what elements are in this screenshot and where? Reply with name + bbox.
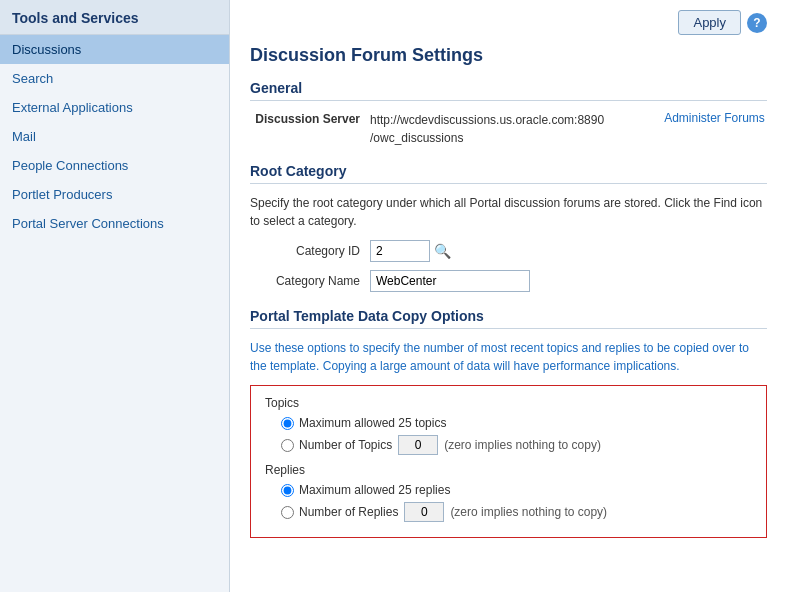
category-id-label: Category ID bbox=[250, 244, 370, 258]
root-category-description: Specify the root category under which al… bbox=[250, 194, 767, 230]
topics-number-radio-row: Number of Topics (zero implies nothing t… bbox=[265, 435, 752, 455]
root-category-title: Root Category bbox=[250, 163, 767, 184]
sidebar: Tools and Services Discussions Search Ex… bbox=[0, 0, 230, 592]
top-bar: Apply ? bbox=[250, 0, 767, 43]
server-value: http://wcdevdiscussions.us.oracle.com:88… bbox=[370, 111, 604, 147]
category-id-input[interactable] bbox=[370, 240, 430, 262]
administer-forums-link[interactable]: Administer Forums bbox=[664, 111, 765, 125]
sidebar-item-portal-server-connections[interactable]: Portal Server Connections bbox=[0, 209, 229, 238]
sidebar-item-portlet-producers[interactable]: Portlet Producers bbox=[0, 180, 229, 209]
root-category-section: Root Category Specify the root category … bbox=[250, 163, 767, 292]
topics-zero-note: (zero implies nothing to copy) bbox=[444, 438, 601, 452]
replies-number-radio[interactable] bbox=[281, 506, 294, 519]
replies-number-input[interactable] bbox=[404, 502, 444, 522]
sidebar-title: Tools and Services bbox=[0, 0, 229, 35]
topics-number-input[interactable] bbox=[398, 435, 438, 455]
sidebar-item-external-applications[interactable]: External Applications bbox=[0, 93, 229, 122]
replies-number-label: Number of Replies bbox=[299, 505, 398, 519]
category-name-label: Category Name bbox=[250, 274, 370, 288]
sidebar-item-discussions[interactable]: Discussions bbox=[0, 35, 229, 64]
sidebar-item-people-connections[interactable]: People Connections bbox=[0, 151, 229, 180]
sidebar-item-mail[interactable]: Mail bbox=[0, 122, 229, 151]
topics-max-label: Maximum allowed 25 topics bbox=[299, 416, 446, 430]
topics-max-radio-row: Maximum allowed 25 topics bbox=[265, 416, 752, 430]
main-content: Apply ? Discussion Forum Settings Genera… bbox=[230, 0, 787, 592]
topics-group-title: Topics bbox=[265, 396, 752, 410]
topics-number-radio[interactable] bbox=[281, 439, 294, 452]
category-id-row: Category ID 🔍 bbox=[250, 240, 767, 262]
page-title: Discussion Forum Settings bbox=[250, 43, 767, 66]
category-name-input[interactable] bbox=[370, 270, 530, 292]
general-section: General Discussion Server http://wcdevdi… bbox=[250, 80, 767, 147]
replies-number-radio-row: Number of Replies (zero implies nothing … bbox=[265, 502, 752, 522]
general-section-title: General bbox=[250, 80, 767, 101]
portal-template-section: Portal Template Data Copy Options Use th… bbox=[250, 308, 767, 538]
replies-max-radio[interactable] bbox=[281, 484, 294, 497]
server-label: Discussion Server bbox=[250, 111, 370, 126]
topics-number-label: Number of Topics bbox=[299, 438, 392, 452]
apply-button[interactable]: Apply bbox=[678, 10, 741, 35]
portal-template-description: Use these options to specify the number … bbox=[250, 339, 767, 375]
replies-max-label: Maximum allowed 25 replies bbox=[299, 483, 450, 497]
options-box: Topics Maximum allowed 25 topics Number … bbox=[250, 385, 767, 538]
portal-template-title: Portal Template Data Copy Options bbox=[250, 308, 767, 329]
help-icon[interactable]: ? bbox=[747, 13, 767, 33]
replies-max-radio-row: Maximum allowed 25 replies bbox=[265, 483, 752, 497]
sidebar-item-search[interactable]: Search bbox=[0, 64, 229, 93]
server-row: Discussion Server http://wcdevdiscussion… bbox=[250, 111, 767, 147]
replies-group-title: Replies bbox=[265, 463, 752, 477]
category-search-icon[interactable]: 🔍 bbox=[434, 243, 451, 259]
replies-zero-note: (zero implies nothing to copy) bbox=[450, 505, 607, 519]
category-name-row: Category Name bbox=[250, 270, 767, 292]
topics-max-radio[interactable] bbox=[281, 417, 294, 430]
